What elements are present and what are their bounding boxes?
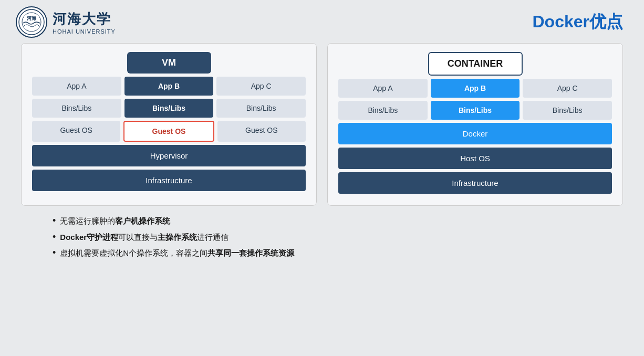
university-name-chinese: 河海大学 — [53, 10, 116, 28]
container-title: CONTAINER — [428, 52, 523, 76]
bullet-dot-2: • — [53, 232, 56, 243]
vm-bins-c: Bins/Libs — [216, 99, 306, 118]
vm-bins-row: Bins/Libs Bins/Libs Bins/Libs — [32, 99, 306, 118]
vm-guestos-c: Guest OS — [217, 121, 306, 142]
container-bins-c: Bins/Libs — [523, 101, 612, 120]
logo-area: 河海 河海大学 HOHAI UNIVERSITY — [16, 6, 116, 38]
vm-title: VM — [127, 52, 211, 74]
container-bins-a: Bins/Libs — [338, 101, 428, 120]
vm-guestos-row: Guest OS Guest OS Guest OS — [32, 121, 306, 142]
vm-app-c: App C — [216, 77, 306, 96]
container-diagram: CONTAINER App A App B App C Bins/Libs Bi… — [327, 43, 623, 206]
header: 河海 河海大学 HOHAI UNIVERSITY Docker优点 — [0, 0, 644, 43]
bullet-text-1: 无需运行臃肿的客户机操作系统 — [60, 215, 170, 227]
vm-infrastructure: Infrastructure — [32, 170, 306, 191]
vm-guestos-b-highlighted: Guest OS — [123, 121, 214, 142]
container-docker: Docker — [338, 123, 612, 144]
svg-point-0 — [19, 9, 44, 35]
container-infrastructure: Infrastructure — [338, 172, 612, 194]
vm-bins-b: Bins/Libs — [124, 99, 214, 118]
vm-guestos-a: Guest OS — [32, 121, 120, 142]
bullet-dot-3: • — [53, 247, 56, 258]
bullet-dot-1: • — [53, 215, 56, 226]
vm-app-a: App A — [32, 77, 121, 96]
university-logo: 河海 — [16, 6, 47, 38]
bullet-1: • 无需运行臃肿的客户机操作系统 — [53, 215, 591, 227]
bullets-section: • 无需运行臃肿的客户机操作系统 • Docker守护进程可以直接与主操作系统进… — [21, 206, 623, 259]
container-app-b: App B — [431, 79, 520, 98]
bullet-text-2: Docker守护进程可以直接与主操作系统进行通信 — [60, 232, 228, 244]
container-hostos: Host OS — [338, 148, 612, 169]
vm-app-row: App A App B App C — [32, 77, 306, 96]
container-app-c: App C — [523, 79, 612, 98]
svg-text:河海: 河海 — [27, 16, 37, 21]
container-app-a: App A — [338, 79, 428, 98]
container-bins-row: Bins/Libs Bins/Libs Bins/Libs — [338, 101, 612, 120]
main-content: VM App A App B App C Bins/Libs Bins/Libs… — [0, 43, 644, 259]
container-bins-b: Bins/Libs — [431, 101, 520, 120]
diagrams-row: VM App A App B App C Bins/Libs Bins/Libs… — [21, 43, 623, 206]
vm-hypervisor: Hypervisor — [32, 145, 306, 166]
vm-diagram: VM App A App B App C Bins/Libs Bins/Libs… — [21, 43, 317, 206]
container-app-row: App A App B App C — [338, 79, 612, 98]
page-title: Docker优点 — [533, 11, 624, 34]
bullet-3: • 虚拟机需要虚拟化N个操作系统，容器之间共享同一套操作系统资源 — [53, 247, 591, 259]
vm-bins-a: Bins/Libs — [32, 99, 121, 118]
bullet-2: • Docker守护进程可以直接与主操作系统进行通信 — [53, 232, 591, 244]
university-name-english: HOHAI UNIVERSITY — [53, 28, 116, 35]
vm-app-b: App B — [124, 77, 214, 96]
logo-text: 河海大学 HOHAI UNIVERSITY — [53, 10, 116, 35]
bullet-text-3: 虚拟机需要虚拟化N个操作系统，容器之间共享同一套操作系统资源 — [60, 247, 294, 259]
